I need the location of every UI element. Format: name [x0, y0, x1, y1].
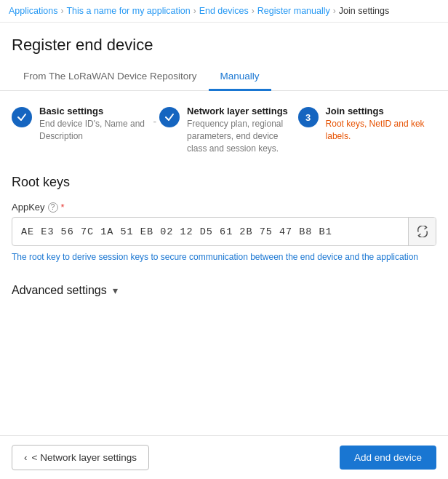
appkey-label: AppKey — [12, 202, 45, 213]
main-content: Root keys AppKey ? * AE E3 56 7C 1A 51 E… — [0, 169, 448, 312]
step-network-subtitle: Frequency plan, regional parameters, end… — [187, 118, 297, 154]
appkey-help-icon[interactable]: ? — [48, 202, 58, 213]
step-network: Network layer settings Frequency plan, r… — [159, 106, 297, 154]
step-join: 3 Join settings Root keys, NetID and kek… — [298, 106, 436, 143]
step-divider-1: - — [150, 116, 159, 127]
add-end-device-button[interactable]: Add end device — [340, 446, 436, 470]
advanced-settings-toggle[interactable]: Advanced settings ▾ — [12, 281, 436, 300]
step-basic-title: Basic settings — [39, 106, 150, 116]
chevron-down-icon: ▾ — [113, 285, 118, 296]
root-keys-title: Root keys — [12, 175, 436, 190]
tab-device-repository[interactable]: From The LoRaWAN Device Repository — [12, 63, 209, 91]
step-network-content: Network layer settings Frequency plan, r… — [187, 106, 297, 154]
appkey-input-wrapper: AE E3 56 7C 1A 51 EB 02 12 D5 61 2B 75 4… — [12, 217, 436, 246]
step-join-subtitle: Root keys, NetID and kek labels. — [326, 118, 436, 143]
breadcrumb-sep-2: › — [193, 6, 196, 16]
breadcrumb-sep-4: › — [333, 6, 336, 16]
step-network-icon — [159, 107, 180, 127]
breadcrumb-sep-1: › — [60, 6, 63, 16]
breadcrumb-app-name[interactable]: This a name for my application — [66, 6, 190, 16]
breadcrumb-join-settings: Join settings — [339, 6, 389, 16]
appkey-label-row: AppKey ? * — [12, 202, 436, 213]
breadcrumb: Applications › This a name for my applic… — [0, 0, 448, 23]
step-basic: Basic settings End device ID's, Name and… — [12, 106, 150, 143]
breadcrumb-sep-3: › — [252, 6, 255, 16]
step-basic-icon — [12, 107, 32, 127]
footer: ‹ < Network layer settings Add end devic… — [0, 435, 448, 479]
back-button-label: < Network layer settings — [32, 452, 137, 463]
back-icon: ‹ — [24, 452, 28, 463]
breadcrumb-applications[interactable]: Applications — [9, 6, 57, 16]
appkey-required: * — [61, 202, 65, 213]
step-basic-subtitle: End device ID's, Name and Description — [39, 118, 150, 143]
step-join-title: Join settings — [326, 106, 436, 116]
breadcrumb-register-manually[interactable]: Register manually — [257, 6, 330, 16]
step-join-content: Join settings Root keys, NetID and kek l… — [326, 106, 436, 143]
appkey-hint: The root key to derive session keys to s… — [12, 250, 436, 264]
step-basic-content: Basic settings End device ID's, Name and… — [39, 106, 150, 143]
advanced-settings-label: Advanced settings — [12, 284, 107, 297]
appkey-value[interactable]: AE E3 56 7C 1A 51 EB 02 12 D5 61 2B 75 4… — [12, 221, 408, 243]
steps-container: Basic settings End device ID's, Name and… — [0, 91, 448, 169]
page-title: Register end device — [0, 23, 448, 63]
appkey-refresh-button[interactable] — [408, 218, 436, 245]
step-network-title: Network layer settings — [187, 106, 297, 116]
tabs: From The LoRaWAN Device Repository Manua… — [0, 63, 448, 91]
tab-manually[interactable]: Manually — [209, 63, 271, 91]
step-join-icon: 3 — [298, 107, 319, 127]
back-button[interactable]: ‹ < Network layer settings — [12, 445, 149, 470]
breadcrumb-end-devices[interactable]: End devices — [199, 6, 249, 16]
